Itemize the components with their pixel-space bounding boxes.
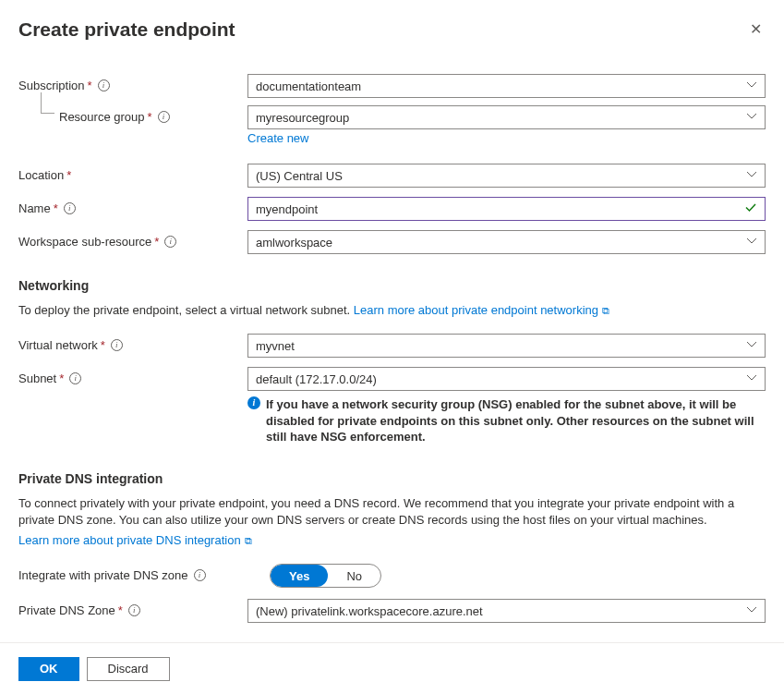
resource-group-select[interactable]: myresourcegroup (247, 105, 766, 129)
networking-desc: To deploy the private endpoint, select a… (18, 303, 354, 317)
location-label: Location (18, 168, 64, 182)
page-title: Create private endpoint (18, 18, 235, 41)
dns-zone-select[interactable]: (New) privatelink.workspacecore.azure.ne… (247, 599, 766, 623)
info-icon[interactable]: i (128, 604, 140, 616)
subnet-label: Subnet (18, 371, 56, 385)
dns-zone-label: Private DNS Zone (18, 603, 115, 617)
dns-section-title: Private DNS integration (18, 471, 766, 486)
integrate-dns-toggle[interactable]: Yes No (270, 564, 381, 588)
info-icon[interactable]: i (69, 372, 81, 384)
required-indicator: * (154, 235, 159, 249)
toggle-no[interactable]: No (328, 565, 380, 587)
vnet-label: Virtual network (18, 338, 98, 352)
integrate-dns-label: Integrate with private DNS zone (18, 568, 188, 582)
ok-button[interactable]: OK (18, 657, 79, 681)
name-value: myendpoint (256, 202, 318, 216)
subscription-label: Subscription (18, 79, 85, 92)
networking-link-text: Learn more about private endpoint networ… (354, 303, 598, 317)
chevron-down-icon (746, 339, 757, 353)
info-icon[interactable]: i (158, 111, 170, 123)
checkmark-icon (744, 201, 757, 217)
sub-resource-select[interactable]: amlworkspace (247, 230, 766, 254)
dns-zone-value: (New) privatelink.workspacecore.azure.ne… (256, 604, 483, 618)
info-icon: i (247, 396, 260, 409)
chevron-down-icon (746, 604, 757, 618)
vnet-value: myvnet (256, 339, 295, 353)
resource-group-value: myresourcegroup (256, 111, 349, 125)
toggle-yes[interactable]: Yes (271, 565, 328, 587)
chevron-down-icon (746, 111, 757, 125)
nsg-note: If you have a network security group (NS… (266, 396, 762, 445)
subscription-value: documentationteam (256, 79, 361, 93)
location-value: (US) Central US (256, 169, 343, 183)
name-input[interactable]: myendpoint (247, 197, 766, 221)
info-icon[interactable]: i (164, 236, 176, 248)
subscription-select[interactable]: documentationteam (247, 74, 766, 98)
resource-group-label: Resource group (59, 110, 145, 124)
required-indicator: * (101, 338, 105, 352)
external-link-icon: ⧉ (245, 535, 252, 546)
info-icon[interactable]: i (64, 202, 76, 214)
required-indicator: * (88, 79, 92, 92)
subnet-value: default (172.17.0.0/24) (256, 372, 377, 386)
info-icon[interactable]: i (98, 79, 110, 91)
dns-learn-more-link[interactable]: Learn more about private DNS integration… (18, 533, 252, 547)
info-icon[interactable]: i (194, 569, 206, 581)
chevron-down-icon (746, 236, 757, 250)
required-indicator: * (54, 201, 58, 215)
chevron-down-icon (746, 79, 757, 93)
external-link-icon: ⧉ (602, 305, 609, 316)
create-new-link[interactable]: Create new (247, 131, 308, 145)
networking-section-title: Networking (18, 278, 766, 293)
close-icon[interactable]: ✕ (746, 18, 766, 41)
sub-resource-label: Workspace sub-resource (18, 235, 151, 249)
footer: OK Discard (0, 642, 784, 694)
required-indicator: * (66, 168, 71, 182)
dns-link-text: Learn more about private DNS integration (18, 533, 241, 547)
required-indicator: * (118, 603, 123, 617)
required-indicator: * (59, 371, 64, 385)
name-label: Name (18, 201, 51, 215)
required-indicator: * (148, 110, 152, 124)
discard-button[interactable]: Discard (87, 657, 170, 681)
info-icon[interactable]: i (111, 339, 123, 351)
vnet-select[interactable]: myvnet (247, 334, 766, 358)
sub-resource-value: amlworkspace (256, 236, 332, 250)
chevron-down-icon (746, 372, 757, 386)
networking-learn-more-link[interactable]: Learn more about private endpoint networ… (354, 303, 609, 317)
chevron-down-icon (746, 169, 757, 183)
subnet-select[interactable]: default (172.17.0.0/24) (247, 367, 766, 391)
dns-desc: To connect privately with your private e… (18, 496, 734, 527)
location-select[interactable]: (US) Central US (247, 164, 766, 188)
